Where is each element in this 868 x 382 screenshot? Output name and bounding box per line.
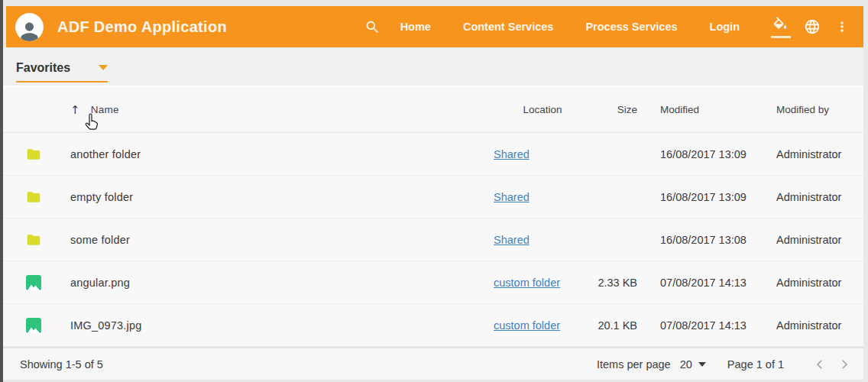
- nav-item-process-services[interactable]: Process Services: [585, 21, 677, 33]
- table-header-row: ↑ Name Location Size Modified Modified b…: [3, 87, 863, 133]
- row-location-link[interactable]: custom folder: [494, 277, 560, 289]
- adf-app-window: ADF Demo Application Home Content Servic…: [3, 0, 863, 380]
- table-body: another folder Shared 16/08/2017 13:09 A…: [3, 133, 863, 347]
- row-size: 20.1 KB: [591, 319, 637, 332]
- modified-column-header[interactable]: Modified: [660, 104, 775, 115]
- user-avatar-icon[interactable]: [15, 13, 44, 41]
- pagination-bar: Showing 1-5 of 5 Items per page 20 Page …: [3, 347, 863, 380]
- row-type-icon-cell: [3, 232, 70, 248]
- document-list: ↑ Name Location Size Modified Modified b…: [3, 87, 863, 347]
- row-modified: 07/08/2017 14:13: [660, 319, 775, 332]
- page-indicator-label: Page 1 of 1: [727, 358, 784, 371]
- dropdown-caret-icon: [698, 362, 706, 367]
- row-name: IMG_0973.jpg: [70, 319, 494, 332]
- row-location-link[interactable]: Shared: [494, 234, 530, 246]
- favorites-toolbar: Favorites: [3, 47, 863, 87]
- row-modified-by: Administrator: [776, 319, 863, 332]
- more-vert-icon[interactable]: [834, 19, 850, 34]
- modified-by-column-header[interactable]: Modified by: [776, 104, 863, 115]
- folder-icon: [26, 189, 41, 205]
- items-per-page-value: 20: [680, 358, 692, 371]
- row-type-icon-cell: [3, 147, 70, 162]
- showing-range-label: Showing 1-5 of 5: [20, 358, 103, 371]
- row-location-link[interactable]: Shared: [494, 191, 530, 203]
- image-file-icon: [26, 275, 41, 290]
- size-column-header[interactable]: Size: [591, 104, 637, 115]
- table-row[interactable]: another folder Shared 16/08/2017 13:09 A…: [3, 133, 863, 176]
- row-modified-by: Administrator: [776, 191, 863, 203]
- table-row[interactable]: IMG_0973.jpg custom folder 20.1 KB 07/08…: [3, 304, 863, 347]
- chevron-left-icon[interactable]: [810, 354, 830, 374]
- favorites-dropdown[interactable]: Favorites: [16, 61, 108, 83]
- row-modified-by: Administrator: [776, 234, 863, 246]
- color-fill-underline: [771, 36, 791, 38]
- window-left-edge: [0, 0, 3, 382]
- name-column-header[interactable]: ↑ Name: [70, 103, 494, 117]
- nav-item-home[interactable]: Home: [400, 21, 431, 33]
- row-modified-by: Administrator: [776, 277, 863, 289]
- items-per-page-label: Items per page: [597, 358, 671, 371]
- row-name: another folder: [70, 148, 494, 160]
- row-name: empty folder: [70, 191, 494, 203]
- row-modified-by: Administrator: [776, 148, 863, 160]
- folder-icon: [26, 232, 41, 248]
- row-type-icon-cell: [3, 318, 70, 333]
- table-row[interactable]: empty folder Shared 16/08/2017 13:09 Adm…: [3, 176, 863, 219]
- name-column-label: Name: [91, 104, 119, 115]
- items-per-page-select[interactable]: 20: [680, 358, 706, 371]
- color-fill-icon[interactable]: [772, 17, 789, 37]
- row-type-icon-cell: [3, 275, 70, 290]
- app-title: ADF Demo Application: [57, 18, 227, 36]
- table-row[interactable]: some folder Shared 16/08/2017 13:08 Admi…: [3, 219, 863, 261]
- row-location-link[interactable]: Shared: [494, 148, 530, 160]
- chevron-right-icon[interactable]: [834, 354, 854, 374]
- sort-ascending-icon: ↑: [70, 103, 80, 117]
- main-nav: Home Content Services Process Services L…: [400, 21, 772, 33]
- nav-item-content-services[interactable]: Content Services: [463, 21, 553, 33]
- header-action-icons: [772, 17, 850, 37]
- folder-icon: [26, 147, 41, 162]
- row-location-link[interactable]: custom folder: [494, 319, 560, 332]
- row-modified: 16/08/2017 13:09: [660, 148, 775, 160]
- row-size: 2.33 KB: [591, 277, 637, 289]
- row-modified: 07/08/2017 14:13: [660, 277, 775, 289]
- app-header-bar: ADF Demo Application Home Content Servic…: [6, 6, 863, 47]
- language-globe-icon[interactable]: [804, 18, 821, 35]
- search-icon[interactable]: [364, 19, 381, 35]
- row-type-icon-cell: [3, 189, 70, 205]
- table-row[interactable]: angular.png custom folder 2.33 KB 07/08/…: [3, 261, 863, 304]
- dropdown-caret-icon: [99, 65, 108, 70]
- image-file-icon: [26, 318, 41, 333]
- favorites-label: Favorites: [16, 61, 70, 75]
- location-column-header[interactable]: Location: [494, 104, 591, 115]
- row-name: angular.png: [70, 277, 494, 289]
- row-modified: 16/08/2017 13:09: [660, 191, 775, 203]
- row-name: some folder: [70, 234, 494, 246]
- nav-item-login[interactable]: Login: [710, 21, 740, 33]
- row-modified: 16/08/2017 13:08: [660, 234, 775, 246]
